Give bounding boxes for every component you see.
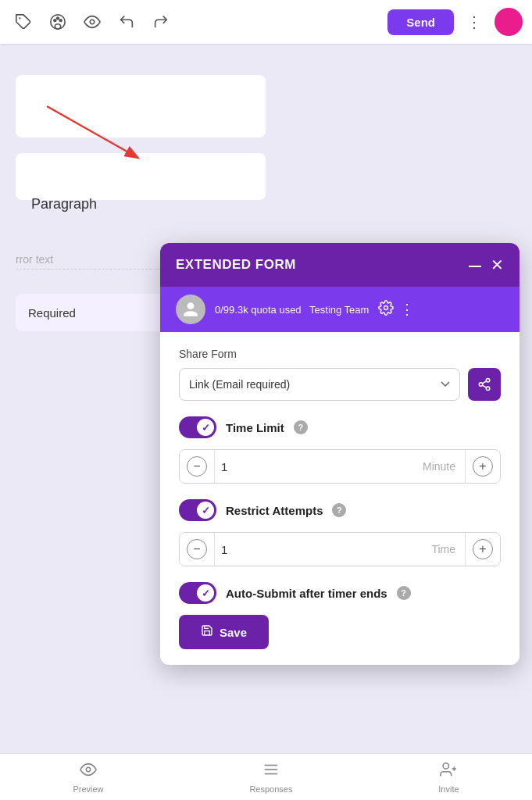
invite-label: Invite xyxy=(438,784,459,794)
puzzle-icon[interactable] xyxy=(9,8,37,36)
restrict-attempts-decrement-button[interactable]: − xyxy=(180,533,214,566)
undo-icon[interactable] xyxy=(112,8,141,36)
avatar[interactable] xyxy=(495,8,523,36)
auto-submit-label: Auto-Submit after timer ends xyxy=(226,587,387,600)
restrict-attempts-value: 1 xyxy=(215,543,431,556)
modal-body: Share Form Link (Email required) xyxy=(160,332,520,665)
svg-line-12 xyxy=(482,385,486,388)
svg-point-9 xyxy=(486,379,490,383)
svg-point-5 xyxy=(90,20,95,24)
palette-icon[interactable] xyxy=(44,8,72,36)
increment-circle: + xyxy=(473,456,493,477)
quota-text: 0/99.3k quota used Testing Team xyxy=(215,302,369,316)
modal-header: EXTENDED FORM ✕ xyxy=(160,243,520,287)
share-select[interactable]: Link (Email required) xyxy=(179,368,460,401)
save-icon xyxy=(201,624,213,640)
increment-circle-2: + xyxy=(473,539,493,559)
subheader-actions: ⋮ xyxy=(378,300,414,320)
auto-submit-help-icon[interactable]: ? xyxy=(397,586,411,600)
time-limit-label: Time Limit xyxy=(226,421,284,434)
decrement-circle-2: − xyxy=(187,539,207,559)
modal-subheader: 0/99.3k quota used Testing Team ⋮ xyxy=(160,287,520,332)
svg-point-8 xyxy=(384,305,388,309)
toggle-knob-2: ✓ xyxy=(197,502,214,519)
time-limit-decrement-button[interactable]: − xyxy=(180,450,214,483)
toggle-knob-3: ✓ xyxy=(197,584,214,602)
nav-invite[interactable]: Invite xyxy=(438,761,459,794)
svg-point-11 xyxy=(486,387,490,391)
bg-card-bottom xyxy=(16,153,266,200)
save-button[interactable]: Save xyxy=(179,615,269,649)
restrict-attempts-number-row: − 1 Time + xyxy=(179,532,501,566)
bottom-nav: Preview Responses Invite xyxy=(0,753,532,800)
restrict-attempts-row: ✓ Restrict Attempts ? xyxy=(179,499,501,521)
bg-card-top xyxy=(16,75,266,138)
more-icon[interactable]: ⋮ xyxy=(400,301,414,318)
time-limit-row: ✓ Time Limit ? xyxy=(179,416,501,438)
preview-label: Preview xyxy=(73,784,103,794)
svg-point-4 xyxy=(59,20,62,22)
extended-form-modal: EXTENDED FORM ✕ 0/99.3k quota used Testi… xyxy=(160,243,520,665)
share-form-label: Share Form xyxy=(179,348,501,360)
restrict-attempts-label: Restrict Attempts xyxy=(226,504,323,517)
send-button[interactable]: Send xyxy=(387,9,454,35)
required-label: Required xyxy=(28,306,76,320)
decrement-circle: − xyxy=(187,456,207,477)
paragraph-label: Paragraph xyxy=(31,196,97,212)
svg-point-2 xyxy=(54,20,56,22)
minimize-icon[interactable] xyxy=(469,262,481,267)
preview-icon xyxy=(80,761,97,782)
time-limit-help-icon[interactable]: ? xyxy=(294,420,308,434)
check-icon-2: ✓ xyxy=(202,505,210,516)
svg-point-3 xyxy=(57,17,59,20)
main-area: Paragraph rror text Required EXTENDED FO… xyxy=(0,44,532,800)
check-icon-3: ✓ xyxy=(202,588,210,599)
svg-point-18 xyxy=(444,762,449,768)
share-button[interactable] xyxy=(468,368,501,401)
time-limit-unit: Minute xyxy=(423,460,465,473)
responses-label: Responses xyxy=(249,784,292,794)
restrict-attempts-toggle[interactable]: ✓ xyxy=(179,499,216,521)
auto-submit-row: ✓ Auto-Submit after timer ends ? xyxy=(179,582,501,604)
time-limit-toggle[interactable]: ✓ xyxy=(179,416,216,438)
svg-point-10 xyxy=(479,383,483,387)
nav-preview[interactable]: Preview xyxy=(73,761,103,794)
auto-submit-toggle[interactable]: ✓ xyxy=(179,582,216,604)
invite-icon xyxy=(440,761,457,782)
svg-line-13 xyxy=(482,381,486,384)
toggle-knob: ✓ xyxy=(197,419,214,436)
restrict-attempts-help-icon[interactable]: ? xyxy=(332,503,346,517)
redo-icon[interactable] xyxy=(147,8,175,36)
responses-icon xyxy=(262,761,280,782)
more-options-icon[interactable]: ⋮ xyxy=(460,8,488,36)
svg-point-14 xyxy=(86,767,91,772)
save-label: Save xyxy=(220,626,247,639)
check-icon: ✓ xyxy=(202,422,210,434)
user-avatar xyxy=(176,295,205,324)
eye-icon[interactable] xyxy=(78,8,106,36)
time-limit-number-row: − 1 Minute + xyxy=(179,449,501,484)
modal-header-actions: ✕ xyxy=(469,255,504,274)
modal-title: EXTENDED FORM xyxy=(176,257,296,273)
settings-icon[interactable] xyxy=(378,300,394,320)
share-row: Link (Email required) xyxy=(179,368,501,401)
time-limit-value: 1 xyxy=(215,460,423,473)
close-icon[interactable]: ✕ xyxy=(491,255,504,274)
toolbar: Send ⋮ xyxy=(0,0,532,44)
restrict-attempts-increment-button[interactable]: + xyxy=(466,533,500,566)
time-limit-increment-button[interactable]: + xyxy=(466,450,500,483)
restrict-attempts-unit: Time xyxy=(431,543,465,555)
nav-responses[interactable]: Responses xyxy=(249,761,292,794)
